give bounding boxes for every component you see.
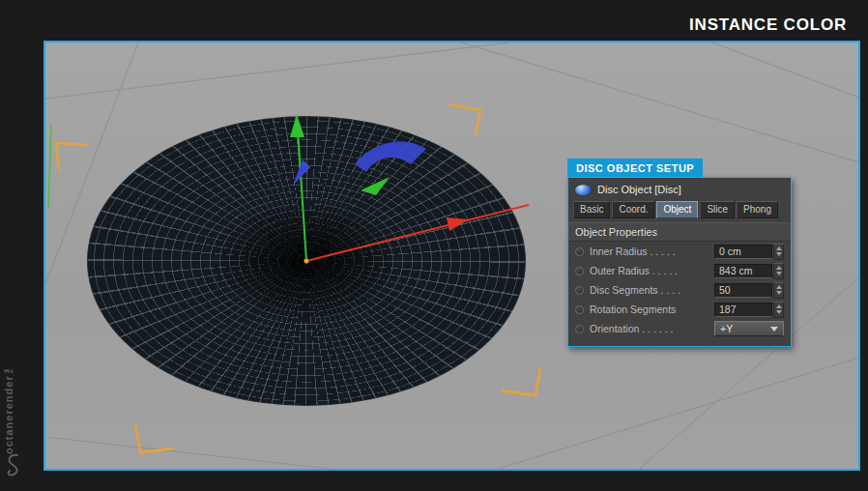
octane-logo-icon	[4, 452, 23, 477]
bracket-left	[56, 143, 87, 171]
selection-brackets	[56, 104, 540, 452]
page-title: INSTANCE COLOR	[689, 15, 847, 35]
disc-object-icon	[575, 185, 592, 195]
stepper-up-icon[interactable]	[776, 285, 782, 289]
keyframe-circle-icon[interactable]	[575, 325, 584, 333]
stepper-down-icon[interactable]	[776, 310, 782, 314]
rotation-segments-stepper[interactable]	[773, 302, 784, 318]
outer-radius-control: 843 cm	[714, 263, 784, 279]
chevron-down-icon	[770, 327, 778, 332]
inner-radius-control: 0 cm	[714, 244, 784, 260]
keyframe-circle-icon[interactable]	[575, 247, 584, 256]
disc-segments-input[interactable]: 50	[714, 283, 772, 298]
panel-title: DISC OBJECT SETUP	[567, 159, 703, 177]
app-window: INSTANCE COLOR octanerender™	[0, 0, 868, 491]
keyframe-circle-icon[interactable]	[575, 286, 584, 295]
grid-line	[461, 43, 858, 163]
stepper-down-icon[interactable]	[776, 252, 782, 256]
prop-label: Orientation . . . . . .	[590, 323, 709, 334]
prop-row-outer-radius: Outer Radius . . . . . 843 cm	[568, 261, 791, 280]
inner-radius-stepper[interactable]	[773, 244, 784, 260]
world-y-axis-line	[48, 125, 51, 209]
prop-row-orientation: Orientation . . . . . . +Y	[568, 319, 791, 338]
octanerender-watermark: octanerender™	[3, 346, 14, 454]
object-header: Disc Object [Disc]	[568, 178, 791, 200]
tab-object[interactable]: Object	[656, 201, 698, 218]
outer-radius-stepper[interactable]	[773, 263, 784, 279]
inner-radius-input[interactable]: 0 cm	[714, 245, 772, 259]
keyframe-circle-icon[interactable]	[575, 305, 584, 314]
rotation-segments-control: 187	[714, 302, 784, 318]
stepper-down-icon[interactable]	[776, 272, 782, 275]
grid-line	[485, 357, 858, 469]
prop-row-inner-radius: Inner Radius . . . . . 0 cm	[568, 242, 791, 261]
y-axis-arrow-handle[interactable]	[290, 114, 304, 137]
stepper-down-icon[interactable]	[776, 291, 782, 295]
bracket-top-right	[449, 104, 480, 135]
prop-row-disc-segments: Disc Segments . . . . 50	[568, 280, 791, 300]
prop-row-rotation-segments: Rotation Segments 187	[568, 300, 791, 319]
tab-coord[interactable]: Coord.	[612, 201, 654, 218]
panel-tabs: Basic Coord. Object Slice Phong	[568, 200, 791, 222]
section-object-properties: Object Properties	[568, 222, 791, 242]
orientation-value: +Y	[720, 323, 733, 334]
grid-line	[45, 437, 364, 469]
viewport-3d[interactable]: DISC OBJECT SETUP Disc Object [Disc] Bas…	[43, 41, 860, 471]
outer-radius-input[interactable]: 843 cm	[714, 264, 772, 278]
stepper-up-icon[interactable]	[776, 266, 782, 270]
rotation-segments-input[interactable]: 187	[714, 303, 772, 317]
tab-slice[interactable]: Slice	[700, 201, 735, 218]
viewport-canvas[interactable]: DISC OBJECT SETUP Disc Object [Disc] Bas…	[45, 43, 858, 469]
prop-label: Inner Radius . . . . .	[590, 246, 709, 257]
grid-line	[712, 43, 858, 99]
prop-label: Disc Segments . . . .	[590, 284, 709, 296]
x-axis-arrow-handle[interactable]	[447, 217, 469, 231]
object-name-label: Disc Object [Disc]	[597, 184, 681, 195]
tab-phong[interactable]: Phong	[737, 201, 778, 218]
grid-line	[45, 43, 509, 99]
bracket-bottom-left	[135, 424, 174, 452]
x-axis-line[interactable]	[306, 205, 529, 261]
disc-object-setup-panel: DISC OBJECT SETUP Disc Object [Disc] Bas…	[567, 159, 792, 347]
prop-label: Rotation Segments	[590, 303, 709, 315]
panel-body: Disc Object [Disc] Basic Coord. Object S…	[567, 177, 792, 347]
stepper-up-icon[interactable]	[776, 304, 782, 308]
bracket-bottom-right	[502, 368, 540, 395]
object-origin-dot[interactable]	[304, 259, 309, 264]
tab-basic[interactable]: Basic	[573, 201, 610, 218]
disc-segments-control: 50	[714, 282, 784, 299]
y-axis-line[interactable]	[298, 130, 306, 261]
rotation-band-blue-handle[interactable]	[355, 142, 426, 172]
keyframe-circle-icon[interactable]	[575, 267, 584, 275]
disc-segments-stepper[interactable]	[773, 282, 784, 299]
prop-label: Outer Radius . . . . .	[590, 265, 709, 276]
orientation-dropdown[interactable]: +Y	[714, 321, 784, 336]
stepper-up-icon[interactable]	[776, 246, 782, 250]
rotation-band-green-handle[interactable]	[361, 177, 390, 195]
